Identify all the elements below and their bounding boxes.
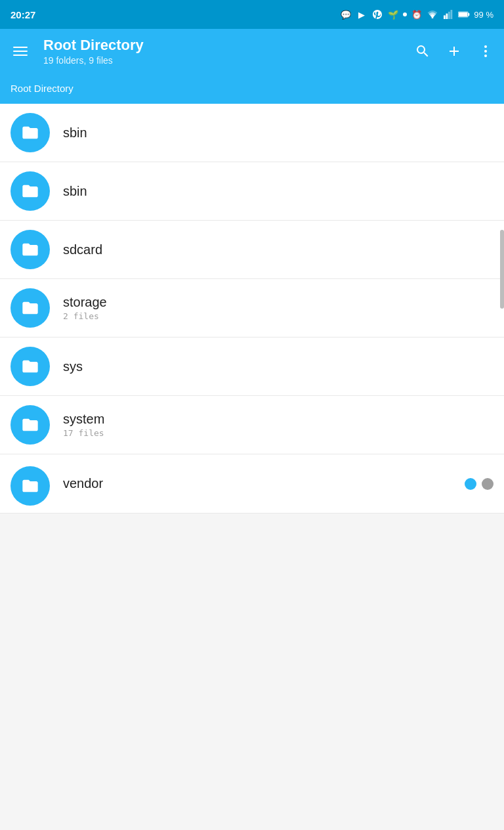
search-button[interactable] [415,43,430,59]
status-bar: 20:27 💬 ▶ 🌱 ⏰ [0,0,504,29]
breadcrumb-bar: Root Directory [0,76,504,104]
file-name: sbin [63,184,494,199]
svg-rect-7 [469,13,470,16]
breadcrumb-text: Root Directory [10,83,74,94]
folder-svg [21,357,39,376]
folder-svg [21,416,39,434]
folder-svg [21,123,39,142]
folder-icon [10,347,50,386]
file-info: sbin [63,184,494,199]
file-meta: 17 files [63,428,494,438]
file-name: storage [63,295,494,310]
scrollbar[interactable] [500,230,504,309]
file-info: vendor [63,476,465,491]
file-meta: 2 files [63,311,494,321]
list-item[interactable]: sbin [0,162,504,221]
badge-dot-blue [465,478,476,490]
list-item[interactable]: sbin [0,104,504,162]
folder-icon [10,171,50,211]
svg-rect-6 [459,12,468,16]
youtube-status-icon: ▶ [356,9,368,20]
file-badges [465,478,494,490]
status-icons: 💬 ▶ 🌱 ⏰ [340,9,494,20]
battery-status-icon [458,9,470,20]
file-list: sbin sbin sdcard storage [0,104,504,513]
list-item[interactable]: storage 2 files [0,279,504,338]
svg-rect-1 [444,15,446,19]
app-title: Root Directory [43,37,402,54]
folder-svg [21,240,39,259]
file-name: sys [63,359,494,374]
folder-icon [10,466,50,506]
file-info: sys [63,359,494,374]
file-info: storage 2 files [63,295,494,321]
file-name: sdcard [63,242,494,257]
signal-status-icon [442,9,454,20]
wifi-status-icon [427,9,438,20]
list-item[interactable]: sys [0,338,504,396]
folder-svg [21,477,39,495]
alarm-status-icon: ⏰ [411,9,423,20]
file-name: vendor [63,476,465,491]
file-info: system 17 files [63,412,494,438]
svg-rect-2 [446,14,448,19]
add-button[interactable] [446,43,462,59]
folder-icon [10,230,50,269]
file-info: sdcard [63,242,494,257]
app-subtitle: 19 folders, 9 files [43,55,402,66]
list-item[interactable]: system 17 files [0,396,504,454]
svg-point-9 [484,50,487,53]
dot-status [403,12,407,16]
title-area: Root Directory 19 folders, 9 files [43,37,402,66]
svg-rect-4 [451,10,453,19]
list-item[interactable]: sdcard [0,221,504,279]
more-button[interactable] [478,43,494,59]
file-name: system [63,412,494,427]
menu-button[interactable] [10,44,30,58]
nature-status-icon: 🌱 [387,9,399,20]
svg-point-10 [484,55,487,57]
pinterest-status-icon [371,9,383,20]
list-item[interactable]: vendor [0,454,504,513]
status-time: 20:27 [10,9,35,20]
folder-svg [21,182,39,200]
svg-point-8 [484,45,487,48]
file-info: sbin [63,125,494,141]
folder-icon [10,405,50,445]
app-bar: Root Directory 19 folders, 9 files [0,29,504,76]
folder-icon [10,113,50,152]
chat-status-icon: 💬 [340,9,352,20]
app-bar-actions [415,43,494,59]
file-name: sbin [63,125,494,141]
svg-rect-3 [448,12,450,19]
folder-svg [21,299,39,317]
badge-dot-gray [482,478,494,490]
battery-percent: 99 % [474,10,494,20]
folder-icon [10,288,50,328]
